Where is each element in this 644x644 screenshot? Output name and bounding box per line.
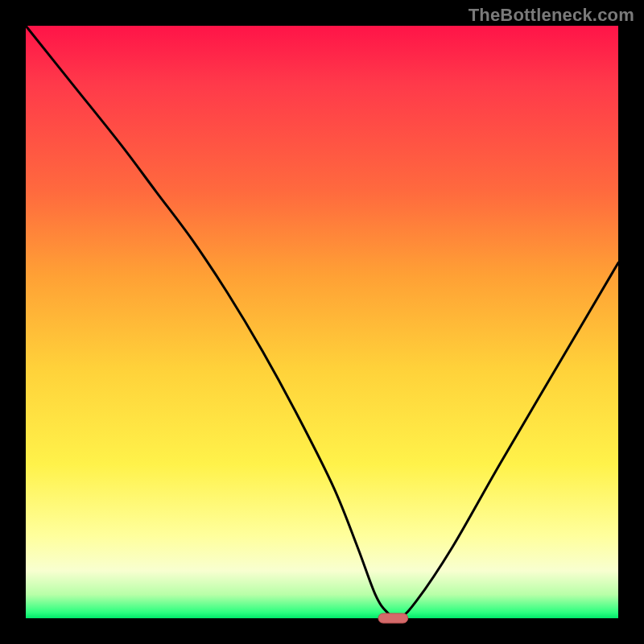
watermark-text: TheBottleneck.com <box>469 5 634 26</box>
optimum-marker <box>378 613 408 623</box>
chart-overlay <box>26 26 618 618</box>
plot-area <box>26 26 618 618</box>
chart-frame: TheBottleneck.com <box>0 0 644 644</box>
bottleneck-curve <box>26 26 618 619</box>
